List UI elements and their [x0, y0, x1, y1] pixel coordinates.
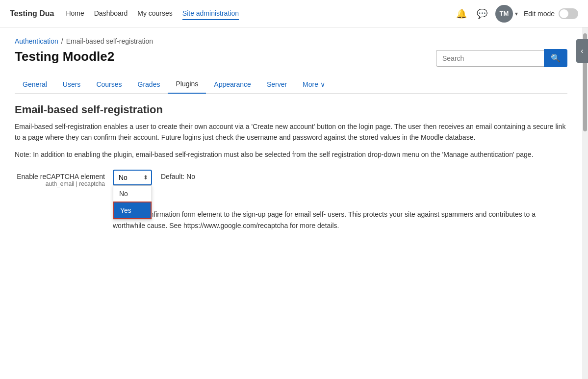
nav-links: Home Dashboard My courses Site administr…	[66, 7, 239, 20]
nav-site-administration[interactable]: Site administration	[182, 7, 239, 20]
nav-right: 🔔 💬 TM ▾ Edit mode	[454, 5, 578, 23]
notifications-icon[interactable]: 🔔	[454, 6, 469, 21]
scrollbar-track[interactable]	[582, 27, 588, 379]
content-area: Authentication / Email-based self-regist…	[0, 27, 582, 379]
form-label-group: Enable reCAPTCHA element auth_email | re…	[15, 170, 113, 187]
dropdown-menu: No Yes	[113, 185, 152, 220]
breadcrumb-separator: /	[61, 37, 63, 45]
section-note: Note: In addition to enabling the plugin…	[15, 149, 567, 160]
tab-users[interactable]: Users	[55, 75, 89, 93]
search-input[interactable]	[436, 50, 544, 67]
edit-mode-label: Edit mode	[524, 10, 555, 18]
breadcrumb-current: Email-based self-registration	[66, 37, 153, 45]
brand-name: Testing Dua	[10, 9, 54, 18]
messages-icon[interactable]: 💬	[475, 6, 489, 21]
section-title: Email-based self-registration	[15, 103, 567, 116]
nav-my-courses[interactable]: My courses	[137, 7, 173, 20]
breadcrumb-parent[interactable]: Authentication	[15, 37, 58, 45]
form-sub-label: auth_email | recaptcha	[15, 180, 105, 187]
select-box[interactable]: No Yes ⬍	[113, 170, 152, 185]
default-text: Default: No	[161, 170, 195, 180]
edit-mode-toggle: Edit mode	[524, 8, 578, 19]
form-control-group: No Yes ⬍ No Yes Default: No ual/audio	[113, 170, 567, 231]
sidebar-toggle-button[interactable]: ‹	[576, 39, 588, 63]
dropdown-option-yes[interactable]: Yes	[113, 202, 152, 219]
form-row: Enable reCAPTCHA element auth_email | re…	[15, 170, 567, 231]
section-description: Email-based self-registration enables a …	[15, 121, 567, 143]
tab-grades[interactable]: Grades	[130, 75, 168, 93]
nav-home[interactable]: Home	[66, 7, 84, 20]
user-menu[interactable]: TM ▾	[495, 5, 518, 23]
tab-plugins[interactable]: Plugins	[168, 75, 206, 94]
page-title-row: Testing Moodle2 🔍	[15, 49, 567, 67]
search-box: 🔍	[436, 49, 567, 67]
top-navigation: Testing Dua Home Dashboard My courses Si…	[0, 0, 588, 27]
recaptcha-select-wrapper: No Yes ⬍ No Yes	[113, 170, 152, 185]
search-button[interactable]: 🔍	[544, 49, 567, 67]
page-title: Testing Moodle2	[15, 49, 114, 64]
tab-navigation: General Users Courses Grades Plugins App…	[15, 75, 567, 94]
tab-server[interactable]: Server	[259, 75, 295, 93]
body-description: ual/audio confirmation form element to t…	[113, 209, 567, 231]
dropdown-option-no[interactable]: No	[113, 186, 152, 202]
avatar[interactable]: TM	[495, 5, 513, 23]
chevron-down-icon: ▾	[515, 10, 518, 17]
edit-mode-switch[interactable]	[559, 8, 578, 19]
nav-dashboard[interactable]: Dashboard	[94, 7, 128, 20]
tab-general[interactable]: General	[15, 75, 55, 93]
recaptcha-select[interactable]: No Yes	[113, 170, 152, 185]
tab-more[interactable]: More ∨	[295, 75, 333, 93]
tab-courses[interactable]: Courses	[88, 75, 129, 93]
form-label: Enable reCAPTCHA element	[17, 173, 105, 180]
breadcrumb: Authentication / Email-based self-regist…	[15, 37, 567, 45]
tab-appearance[interactable]: Appearance	[206, 75, 259, 93]
